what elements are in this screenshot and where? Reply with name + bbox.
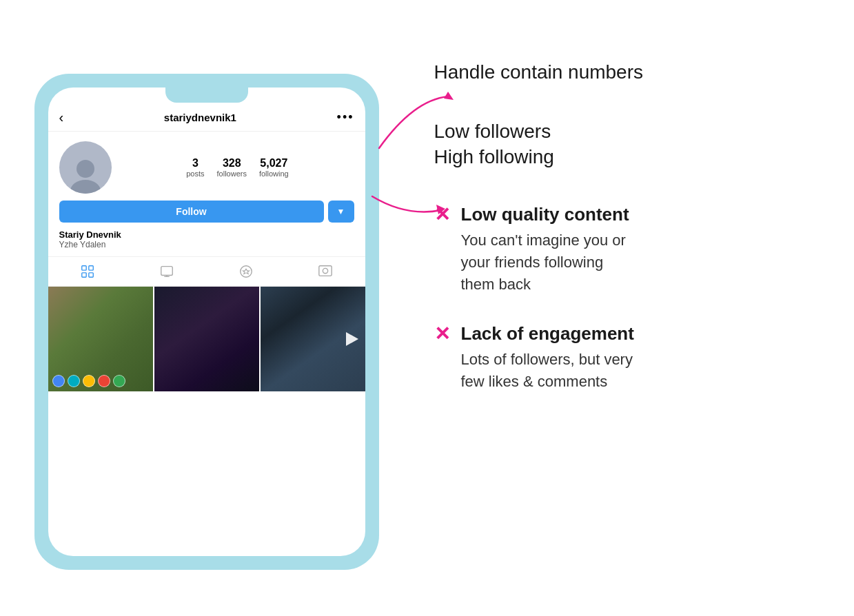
bio-text: Yzhe Ydalen [59,240,354,249]
ig-stats: 3 posts 328 followers 5,027 following [121,157,354,178]
annotation-item-engagement: ✕ Lack of engagement Lots of followers, … [434,323,834,393]
tab-grid[interactable] [48,257,128,286]
ig-image-grid [48,287,365,391]
followers-stat[interactable]: 328 followers [217,157,247,178]
icon-circle-red [98,375,110,387]
annotation-title-content: Low quality content [461,204,629,225]
follow-button[interactable]: Follow [59,201,324,223]
following-stat[interactable]: 5,027 following [259,157,289,178]
icon-circle-blue [52,375,65,387]
avatar [59,141,112,194]
phone-screen: ‹ stariydnevnik1 ••• 3 posts [48,88,365,556]
back-button[interactable]: ‹ [59,110,64,125]
ig-profile-row: 3 posts 328 followers 5,027 following [48,132,365,201]
display-name: Stariy Dnevnik [59,229,354,240]
x-mark-content: ✕ [434,205,450,225]
tab-mentions[interactable] [286,257,365,286]
handle-annotation: Handle contain numbers [434,60,834,85]
svg-point-9 [241,266,252,278]
tab-tagged[interactable] [207,257,286,286]
svg-marker-10 [243,269,249,274]
grid-item-1[interactable] [48,287,153,391]
svg-rect-6 [161,267,173,276]
profile-username: stariydnevnik1 [164,112,236,123]
icon-circle-teal [68,375,80,387]
icon-circle-yellow [83,375,95,387]
x-mark-engagement: ✕ [434,325,450,344]
ig-tabs [48,256,365,287]
annotation-desc-engagement: Lots of followers, but very few likes & … [461,349,634,393]
followers-annotation: Low followers High following [434,119,834,170]
svg-point-0 [77,160,94,178]
svg-rect-3 [89,266,93,270]
ig-header: ‹ stariydnevnik1 ••• [48,103,365,132]
svg-rect-11 [319,266,332,276]
svg-rect-2 [82,266,86,270]
follow-row: Follow ▼ [48,201,365,229]
posts-count: 3 [186,157,204,170]
phone-notch [165,88,248,103]
followers-count: 328 [217,157,247,170]
video-play-icon [346,332,358,346]
following-count: 5,027 [259,157,289,170]
annotation-title-engagement: Lack of engagement [461,323,634,345]
posts-label: posts [186,170,204,178]
posts-stat[interactable]: 3 posts [186,157,204,178]
tab-igtv[interactable] [128,257,207,286]
annotation-text-engagement: Lack of engagement Lots of followers, bu… [461,323,634,393]
following-label: following [259,170,289,178]
svg-point-1 [70,180,101,194]
phone-mockup: ‹ stariydnevnik1 ••• 3 posts [21,53,393,577]
icon-circle-green [113,375,125,387]
grid-item-3[interactable] [261,287,365,391]
svg-rect-4 [82,273,86,277]
annotation-item-content: ✕ Low quality content You can't imagine … [434,204,834,296]
annotation-text-content: Low quality content You can't imagine yo… [461,204,629,296]
followers-label: followers [217,170,247,178]
annotation-desc-content: You can't imagine you or your friends fo… [461,229,629,296]
grid-item-2[interactable] [154,287,259,391]
grid-app-icons [52,375,125,387]
svg-rect-5 [89,273,93,277]
annotations-panel: Handle contain numbers Low followers Hig… [434,53,834,420]
svg-point-12 [323,268,327,273]
follow-dropdown-button[interactable]: ▼ [328,201,354,223]
more-options-button[interactable]: ••• [337,110,354,125]
main-container: ‹ stariydnevnik1 ••• 3 posts [21,39,834,577]
ig-bio: Stariy Dnevnik Yzhe Ydalen [48,229,365,256]
